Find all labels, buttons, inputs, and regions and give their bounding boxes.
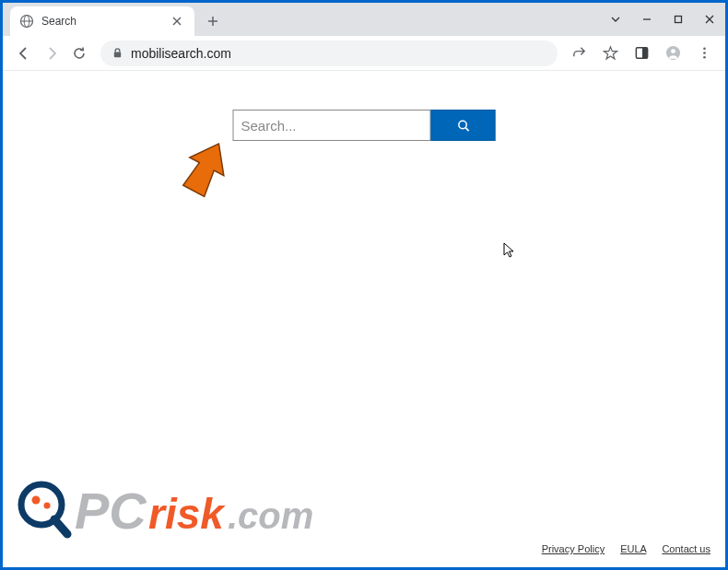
svg-point-26 (32, 496, 41, 505)
menu-icon[interactable] (690, 40, 718, 67)
svg-point-17 (703, 47, 706, 50)
page-content: PC risk .com Privacy Policy EULA Contact… (3, 71, 725, 567)
address-bar[interactable]: mobilisearch.com (100, 41, 558, 66)
tab-title: Search (41, 15, 169, 28)
chevron-down-icon[interactable] (600, 6, 631, 32)
svg-line-22 (465, 127, 468, 130)
svg-marker-12 (604, 47, 616, 59)
svg-rect-8 (675, 17, 682, 23)
close-window-button[interactable] (694, 6, 725, 32)
arrow-annotation (171, 140, 236, 208)
svg-line-25 (54, 519, 67, 534)
browser-toolbar: mobilisearch.com (3, 36, 725, 71)
minimize-button[interactable] (631, 6, 663, 32)
eula-link[interactable]: EULA (620, 543, 646, 554)
svg-point-19 (703, 56, 706, 59)
search-form (233, 110, 496, 141)
url-text: mobilisearch.com (131, 46, 231, 61)
search-icon (456, 119, 470, 133)
svg-point-21 (458, 121, 465, 128)
privacy-link[interactable]: Privacy Policy (542, 543, 605, 554)
window-controls (600, 3, 725, 36)
back-button[interactable] (10, 40, 38, 67)
footer-links: Privacy Policy EULA Contact us (529, 543, 710, 554)
mouse-cursor (503, 242, 516, 262)
svg-point-16 (671, 49, 675, 53)
svg-marker-23 (504, 243, 513, 257)
logo-risk: risk (148, 490, 226, 538)
svg-rect-14 (641, 48, 647, 58)
maximize-button[interactable] (663, 6, 694, 32)
close-tab-icon[interactable] (169, 14, 185, 29)
bookmark-star-icon[interactable] (596, 40, 624, 67)
lock-icon (112, 47, 123, 59)
logo-com: .com (228, 495, 313, 536)
svg-rect-11 (114, 52, 121, 58)
contact-link[interactable]: Contact us (662, 543, 710, 554)
side-panel-icon[interactable] (628, 40, 655, 67)
forward-button[interactable] (38, 40, 65, 67)
browser-tab[interactable]: Search (10, 6, 194, 36)
svg-marker-20 (177, 140, 236, 200)
logo-pc: PC (75, 482, 147, 540)
share-icon[interactable] (565, 40, 593, 67)
reload-button[interactable] (65, 40, 93, 67)
new-tab-button[interactable] (200, 8, 226, 34)
watermark-logo: PC risk .com (14, 475, 327, 547)
globe-icon (19, 14, 34, 29)
svg-point-18 (703, 52, 706, 54)
profile-icon[interactable] (659, 40, 687, 67)
svg-point-27 (44, 503, 51, 509)
browser-titlebar: Search (3, 3, 725, 36)
search-button[interactable] (431, 110, 496, 141)
search-input[interactable] (233, 110, 431, 141)
